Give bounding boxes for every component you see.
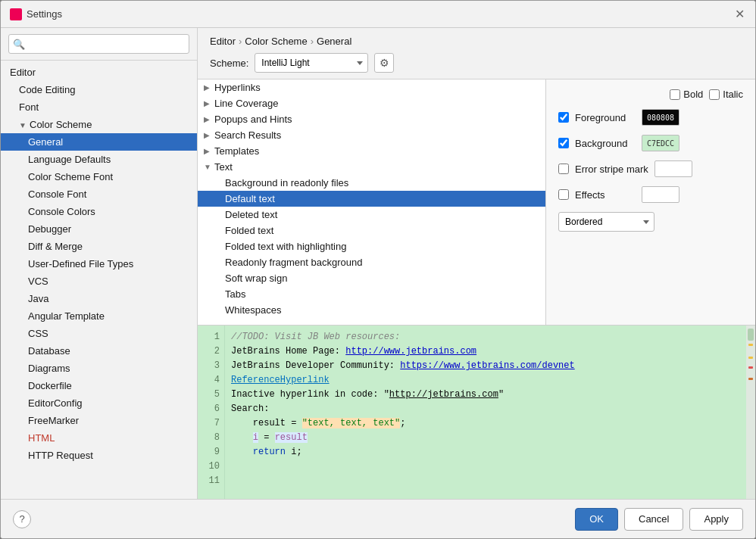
- code-line-9: i = result: [231, 431, 740, 445]
- tree-item-tabs[interactable]: Tabs: [198, 286, 545, 302]
- error-stripe-swatch[interactable]: [654, 160, 692, 177]
- sidebar-item-console-colors[interactable]: Console Colors: [1, 203, 197, 220]
- tree-item-folded-highlighting[interactable]: Folded text with highlighting: [198, 238, 545, 254]
- breadcrumb-editor: Editor: [210, 36, 236, 47]
- scroll-mark-yellow2: [748, 357, 753, 359]
- settings-dialog: Settings ✕ 🔍 Editor Code Editing Font ▼C…: [0, 0, 756, 539]
- window-title: Settings: [27, 8, 62, 20]
- sidebar-item-html[interactable]: HTML: [1, 429, 197, 447]
- sidebar-item-language-defaults[interactable]: Language Defaults: [1, 151, 197, 168]
- tree-item-text[interactable]: ▼Text: [198, 159, 545, 175]
- search-wrapper: 🔍: [8, 34, 189, 54]
- expand-arrow: ▶: [204, 83, 214, 92]
- sidebar-item-code-editing[interactable]: Code Editing: [1, 81, 197, 98]
- code-line-7: Search:: [231, 402, 740, 416]
- tree-item-whitespaces[interactable]: Whitespaces: [198, 302, 545, 318]
- tree-item-templates[interactable]: ▶Templates: [198, 143, 545, 159]
- expand-arrow: ▶: [204, 131, 214, 139]
- expand-arrow: ▶: [204, 115, 214, 123]
- sidebar: 🔍 Editor Code Editing Font ▼Color Scheme…: [1, 28, 198, 499]
- scroll-mark-yellow: [748, 344, 753, 346]
- scheme-select[interactable]: IntelliJ Light Darcula High Contrast: [255, 53, 368, 73]
- close-button[interactable]: ✕: [733, 8, 746, 21]
- ok-button[interactable]: OK: [575, 508, 618, 531]
- effects-swatch[interactable]: [642, 186, 679, 203]
- line-num-4: 4: [198, 373, 224, 388]
- sidebar-item-http-request[interactable]: HTTP Request: [1, 447, 197, 464]
- search-icon: 🔍: [13, 39, 25, 50]
- error-stripe-label: Error stripe mark: [575, 164, 648, 175]
- help-button[interactable]: ?: [13, 510, 31, 528]
- line-num-1: 1: [198, 330, 224, 344]
- background-color-value: C7EDCC: [647, 139, 674, 148]
- preview-panel: 1 2 3 4 5 6 7 8 9 10 11 //TODO: Visit JB…: [198, 325, 755, 499]
- expand-arrow: ▼: [204, 163, 214, 171]
- effects-row: Effects: [558, 186, 743, 203]
- sidebar-item-diagrams[interactable]: Diagrams: [1, 360, 197, 377]
- effects-select[interactable]: Bordered Underscored Bold Underscored Un…: [558, 212, 654, 232]
- line-numbers: 1 2 3 4 5 6 7 8 9 10 11: [198, 326, 225, 499]
- sidebar-item-color-scheme[interactable]: ▼Color Scheme: [1, 116, 197, 133]
- tree-item-bg-readonly[interactable]: Background in readonly files: [198, 175, 545, 191]
- sidebar-item-font[interactable]: Font: [1, 98, 197, 116]
- tree-item-hyperlinks[interactable]: ▶Hyperlinks: [198, 79, 545, 95]
- foreground-swatch[interactable]: 080808: [642, 109, 679, 126]
- code-line-3: JetBrains Developer Community: https://w…: [231, 359, 740, 373]
- tree-item-line-coverage[interactable]: ▶Line Coverage: [198, 95, 545, 111]
- sidebar-item-angular[interactable]: Angular Template: [1, 307, 197, 325]
- error-stripe-checkbox[interactable]: [558, 164, 569, 174]
- main-content: 🔍 Editor Code Editing Font ▼Color Scheme…: [1, 28, 755, 499]
- breadcrumb-general: General: [317, 36, 351, 47]
- cancel-button[interactable]: Cancel: [624, 508, 683, 531]
- foreground-color-value: 080808: [647, 114, 674, 122]
- sidebar-item-general[interactable]: General: [1, 133, 197, 151]
- background-checkbox[interactable]: [558, 138, 569, 148]
- italic-checkbox[interactable]: [709, 89, 720, 100]
- foreground-label: Foreground: [575, 112, 636, 123]
- panel-body: ▶Hyperlinks ▶Line Coverage ▶Popups and H…: [198, 79, 755, 325]
- sidebar-item-dockerfile[interactable]: Dockerfile: [1, 377, 197, 394]
- line-num-9: 9: [198, 445, 224, 460]
- tree-item-default-text[interactable]: Default text: [198, 191, 545, 207]
- code-line-5: Inactive hyperlink in code: "http://jetb…: [231, 388, 740, 402]
- effects-type-row: Bordered Underscored Bold Underscored Un…: [558, 212, 743, 232]
- background-swatch[interactable]: C7EDCC: [642, 135, 679, 151]
- sidebar-item-editorconfig[interactable]: EditorConfig: [1, 394, 197, 412]
- background-label: Background: [575, 138, 636, 149]
- apply-button[interactable]: Apply: [689, 508, 743, 531]
- bold-text: Bold: [683, 89, 703, 100]
- effects-checkbox[interactable]: [558, 189, 569, 200]
- breadcrumb-color-scheme: Color Scheme: [245, 36, 307, 47]
- search-input[interactable]: [8, 34, 189, 54]
- bottom-bar: ? OK Cancel Apply: [1, 499, 755, 538]
- italic-label[interactable]: Italic: [709, 89, 743, 100]
- line-num-2: 2: [198, 344, 224, 359]
- sidebar-item-debugger[interactable]: Debugger: [1, 220, 197, 238]
- tree-item-deleted-text[interactable]: Deleted text: [198, 207, 545, 223]
- foreground-checkbox[interactable]: [558, 112, 569, 123]
- gear-button[interactable]: ⚙: [374, 53, 394, 73]
- sidebar-item-vcs[interactable]: VCS: [1, 273, 197, 290]
- sidebar-item-database[interactable]: Database: [1, 342, 197, 360]
- tree-item-folded-text[interactable]: Folded text: [198, 223, 545, 238]
- sidebar-item-editor[interactable]: Editor: [1, 64, 197, 81]
- code-line-10: return i;: [231, 445, 740, 460]
- scroll-mark-red: [748, 366, 753, 369]
- sidebar-item-css[interactable]: CSS: [1, 325, 197, 342]
- bold-label[interactable]: Bold: [670, 89, 703, 100]
- tree-item-popups[interactable]: ▶Popups and Hints: [198, 111, 545, 127]
- line-num-11: 11: [198, 474, 224, 488]
- sidebar-item-java[interactable]: Java: [1, 290, 197, 307]
- sidebar-item-console-font[interactable]: Console Font: [1, 185, 197, 203]
- sidebar-item-diff-merge[interactable]: Diff & Merge: [1, 238, 197, 255]
- tree-item-readonly-fragment[interactable]: Readonly fragment background: [198, 254, 545, 270]
- sidebar-item-freemarker[interactable]: FreeMarker: [1, 412, 197, 429]
- tree-item-search-results[interactable]: ▶Search Results: [198, 127, 545, 143]
- bold-checkbox[interactable]: [670, 89, 680, 100]
- search-box: 🔍: [1, 28, 197, 61]
- italic-text: Italic: [723, 89, 743, 100]
- sidebar-item-color-scheme-font[interactable]: Color Scheme Font: [1, 168, 197, 185]
- tree-item-soft-wrap[interactable]: Soft wrap sign: [198, 270, 545, 286]
- tree-panel: ▶Hyperlinks ▶Line Coverage ▶Popups and H…: [198, 79, 546, 325]
- sidebar-item-user-defined[interactable]: User-Defined File Types: [1, 255, 197, 273]
